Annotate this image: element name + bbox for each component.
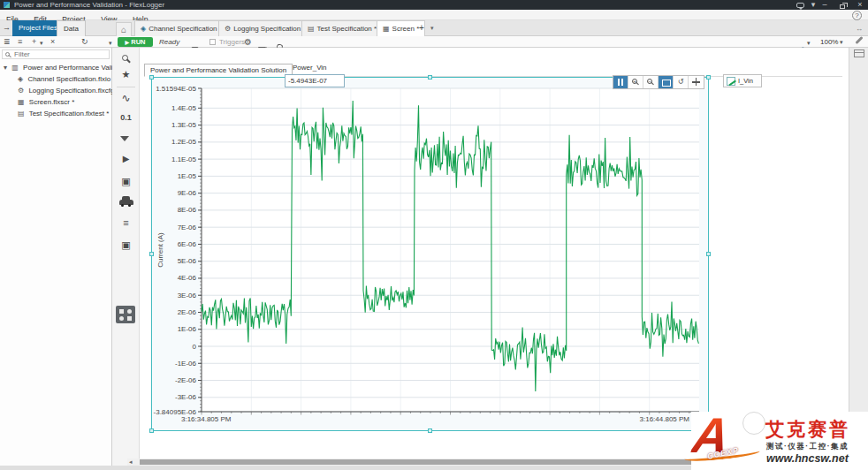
tree-item-label: Screen.flxscr * <box>29 98 75 106</box>
y-tick-label: 1.3E-05 <box>171 121 197 129</box>
legend-label: I_Vin <box>738 77 753 85</box>
new-tab-button[interactable]: + <box>419 23 424 33</box>
slider-widget-icon[interactable]: ≡ <box>112 217 140 228</box>
refresh-icon[interactable]: ↻ <box>81 37 88 46</box>
home-tab[interactable]: ⌂ <box>116 22 132 36</box>
selection-handle[interactable] <box>706 75 711 80</box>
numeric-widget-icon[interactable]: 0.1 <box>112 113 140 122</box>
filter-search-box[interactable] <box>2 49 110 59</box>
reset-zoom-button[interactable]: ↺ <box>674 76 689 88</box>
vehicle-icon[interactable] <box>119 200 133 205</box>
tree-item-label: Power and Performance Validatio... <box>23 64 112 72</box>
tree-item-test-specification[interactable]: ▤ Test Specification.flxtest * <box>0 110 112 120</box>
signal-wave-icon[interactable]: ∿ <box>112 92 140 104</box>
zoom-in-button[interactable]: + <box>628 76 643 88</box>
triggers-checkbox[interactable] <box>209 39 216 45</box>
close-button[interactable]: × <box>854 1 866 9</box>
filter-widget-icon[interactable] <box>120 136 129 141</box>
feedback-caret-icon[interactable]: ▾ <box>807 1 819 9</box>
y-tick-label: 1.2E-05 <box>171 138 197 146</box>
box-zoom-button[interactable] <box>659 76 674 88</box>
y-tick-label: 1E-05 <box>178 172 197 180</box>
zoom-level[interactable]: 100% <box>820 38 838 46</box>
doc-tab-test-specification[interactable]: ▤Test Specification * <box>301 20 383 36</box>
y-tick-label: 1.1E-05 <box>171 155 197 163</box>
tree-item-logging-specification[interactable]: ⚙ Logging Specification.flxcfg * <box>0 87 112 97</box>
widget-gallery-icon[interactable] <box>116 306 135 323</box>
brand-url: www.hncsw.net <box>766 452 849 465</box>
gear-icon: ⚙ <box>225 25 231 33</box>
remove-item-button[interactable]: × <box>50 37 55 46</box>
title-bar: Power and Performance Validation - FlexL… <box>0 0 868 10</box>
tree-item-screen[interactable]: ▦ Screen.flxscr * <box>0 98 112 109</box>
add-item-caret-icon[interactable]: ▾ <box>40 40 43 47</box>
filter-caret-icon[interactable]: ▾ <box>109 40 112 47</box>
waveform-chart[interactable]: 1.51594E-051.4E-051.3E-051.2E-051.1E-051… <box>150 78 716 433</box>
window-title: Power and Performance Validation - FlexL… <box>14 1 164 9</box>
zoom-out-button[interactable]: − <box>643 76 659 88</box>
doc-tab-channel-specification[interactable]: ◈Channel Specification * <box>134 20 228 36</box>
tree-list-icon[interactable]: ≡ <box>18 37 22 46</box>
selection-handle[interactable] <box>706 252 711 256</box>
triggers-label: Triggers <box>219 38 245 46</box>
help-icon[interactable]: ? <box>852 11 862 20</box>
tab-list-caret-icon[interactable]: ▾ <box>430 25 434 32</box>
y-axis-title: Current (A) <box>156 232 164 268</box>
tab-row: → Project Files Data ⌂ ◈Channel Specific… <box>0 20 868 36</box>
connection-caret-icon[interactable]: ▾ <box>807 40 811 47</box>
tree-item-label: Logging Specification.flxcfg * <box>28 87 112 95</box>
favorites-star-icon[interactable]: ★ <box>112 69 140 80</box>
settings-gear-icon[interactable]: ⚙ <box>244 37 252 47</box>
selection-handle[interactable] <box>149 428 154 433</box>
selection-handle[interactable] <box>149 75 154 80</box>
accexp-watermark: A CCEXP 艾克赛普 测试·仪器·工控·集成 www.hncsw.net <box>691 412 868 470</box>
add-item-button[interactable]: + <box>32 37 36 46</box>
y-tick-label: 8E-06 <box>178 206 197 214</box>
y-tick-label: 6E-06 <box>178 240 197 248</box>
doc-tab-screen[interactable]: ▦Screen * <box>377 20 425 36</box>
play-widget-icon[interactable]: ▶ <box>112 154 140 163</box>
y-tick-label: 7E-06 <box>178 224 197 231</box>
gear-icon: ⚙ <box>18 87 24 95</box>
tree-expand-icon[interactable]: ≣ <box>4 37 11 46</box>
tree-item-project-root[interactable]: ▾ ▥ Power and Performance Validatio... <box>0 64 112 74</box>
y-tick-label: 3E-06 <box>178 292 197 299</box>
y-tick-label: 0 <box>193 343 197 351</box>
app-icon <box>4 2 10 8</box>
run-button[interactable]: ▶ RUN <box>118 37 153 47</box>
numeric-indicator-value[interactable]: -5.4943E-07 <box>285 74 345 87</box>
selection-handle[interactable] <box>149 252 154 256</box>
search-icon[interactable] <box>122 55 128 61</box>
doc-tab-logging-specification[interactable]: ⚙Logging Specification * <box>218 20 312 36</box>
expander-icon[interactable]: ▾ <box>4 64 7 72</box>
minimize-button[interactable]: – <box>819 1 831 9</box>
filter-input[interactable] <box>14 50 107 58</box>
legend-item-ivin[interactable]: I_Vin <box>723 74 762 87</box>
scroll-left-icon[interactable]: ◂ <box>129 459 133 466</box>
selection-handle[interactable] <box>428 75 432 80</box>
tab-data[interactable]: Data <box>57 20 86 36</box>
selection-handle[interactable] <box>428 428 432 433</box>
series-glyph-icon <box>727 77 735 86</box>
collapse-panel-icon[interactable]: → <box>2 22 11 34</box>
screen-icon: ▦ <box>383 25 390 33</box>
test-icon: ▤ <box>308 25 315 33</box>
button-widget-icon[interactable]: ▣ <box>112 176 140 187</box>
run-label: RUN <box>131 38 145 46</box>
status-text: Ready <box>159 38 179 46</box>
y-tick-label: 1.4E-05 <box>171 104 197 112</box>
window-widget-icon[interactable]: ▣ <box>112 239 140 251</box>
mascot-outline <box>742 412 765 435</box>
zoom-caret-icon[interactable]: ▾ <box>840 39 843 46</box>
y-tick-label: -2E-06 <box>175 376 197 384</box>
tree-item-label: Channel Specification.flxio * <box>27 75 112 83</box>
resize-arrows-icon[interactable]: ↔ <box>854 25 864 33</box>
pause-button[interactable] <box>613 76 628 88</box>
solution-tab[interactable]: Power and Performance Validation Solutio… <box>144 64 293 77</box>
dock-panel-icon[interactable] <box>854 49 864 57</box>
pan-button[interactable] <box>689 76 704 88</box>
palette-strip: ★ ∿ 0.1 ▶ ▣ ≡ ▣ <box>112 48 140 470</box>
doc-tab-label: Screen * <box>392 25 420 33</box>
tree-item-channel-specification[interactable]: ◈ Channel Specification.flxio * <box>0 75 112 86</box>
feedback-bubble-icon[interactable] <box>794 2 806 10</box>
